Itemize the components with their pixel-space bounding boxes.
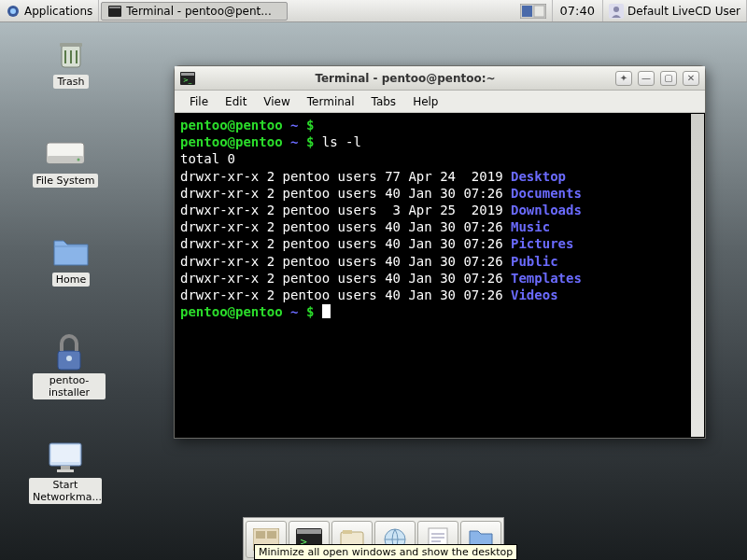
home-label: Home	[52, 273, 90, 287]
workspace-switcher[interactable]	[514, 0, 553, 21]
terminal-window: >_ Terminal - pentoo@pentoo:~ ✦ — ▢ ✕ Fi…	[174, 65, 706, 439]
terminal-scrollbar[interactable]	[691, 114, 704, 437]
maximize-button[interactable]: ▢	[660, 71, 677, 86]
svg-rect-21	[181, 73, 194, 76]
drive-icon	[43, 134, 88, 172]
svg-point-15	[66, 356, 72, 361]
svg-rect-27	[297, 529, 321, 534]
desktop-icon-home[interactable]: Home	[34, 233, 108, 287]
user-icon	[609, 4, 624, 19]
svg-text:>_: >_	[183, 77, 192, 84]
apps-icon	[6, 4, 21, 19]
clock[interactable]: 07:40	[553, 0, 603, 21]
svg-rect-10	[60, 43, 82, 47]
installer-label: pentoo-installer	[33, 373, 106, 399]
task-label: Terminal - pentoo@pent...	[126, 5, 271, 18]
desktop-icon-filesystem[interactable]: File System	[28, 134, 103, 188]
home-folder-icon	[49, 233, 93, 271]
terminal-small-icon	[107, 4, 122, 19]
minimize-button[interactable]: —	[638, 71, 655, 86]
applications-menu[interactable]: Applications	[0, 0, 99, 21]
monitor-icon	[43, 439, 88, 476]
svg-point-1	[10, 8, 16, 14]
desktop-icon-networkmanager[interactable]: Start Networkma...	[28, 439, 103, 504]
filesystem-label: File System	[33, 174, 99, 188]
terminal-titlebar-icon: >_	[180, 71, 195, 86]
titlebar[interactable]: >_ Terminal - pentoo@pentoo:~ ✦ — ▢ ✕	[175, 66, 705, 91]
svg-rect-30	[343, 530, 352, 534]
taskbar-item-terminal[interactable]: Terminal - pentoo@pent...	[101, 2, 288, 21]
menu-view[interactable]: View	[256, 93, 297, 110]
menu-tabs[interactable]: Tabs	[364, 93, 404, 110]
menu-help[interactable]: Help	[405, 93, 445, 110]
svg-rect-18	[61, 466, 70, 469]
lock-icon	[47, 334, 92, 371]
svg-rect-17	[51, 445, 79, 462]
trash-icon	[49, 35, 93, 73]
menu-file[interactable]: File	[182, 93, 216, 110]
svg-rect-6	[534, 6, 544, 17]
top-panel: Applications Terminal - pentoo@pent... 0…	[0, 0, 747, 22]
window-title: Terminal - pentoo@pentoo:~	[201, 72, 610, 85]
desktop-icon-installer[interactable]: pentoo-installer	[32, 334, 106, 399]
stick-button[interactable]: ✦	[615, 71, 632, 86]
svg-rect-25	[267, 531, 276, 539]
svg-rect-19	[57, 469, 74, 472]
svg-rect-3	[109, 7, 120, 8]
svg-point-13	[78, 159, 80, 161]
svg-point-8	[613, 7, 619, 12]
networkmanager-label: Start Networkma...	[29, 478, 102, 504]
menu-terminal[interactable]: Terminal	[300, 93, 362, 110]
svg-rect-5	[522, 6, 532, 17]
user-menu[interactable]: Default LiveCD User	[603, 0, 747, 21]
dock-tooltip: Minimize all open windows and show the d…	[254, 544, 517, 560]
trash-label: Trash	[53, 75, 88, 89]
user-label: Default LiveCD User	[627, 5, 740, 18]
terminal-content[interactable]: pentoo@pentoo ~ $ pentoo@pentoo ~ $ ls -…	[175, 113, 705, 438]
applications-label: Applications	[24, 5, 92, 18]
svg-rect-24	[256, 531, 265, 539]
menu-edit[interactable]: Edit	[218, 93, 254, 110]
menubar: File Edit View Terminal Tabs Help	[175, 91, 705, 113]
desktop-icon-trash[interactable]: Trash	[34, 35, 108, 89]
close-button[interactable]: ✕	[683, 71, 699, 86]
